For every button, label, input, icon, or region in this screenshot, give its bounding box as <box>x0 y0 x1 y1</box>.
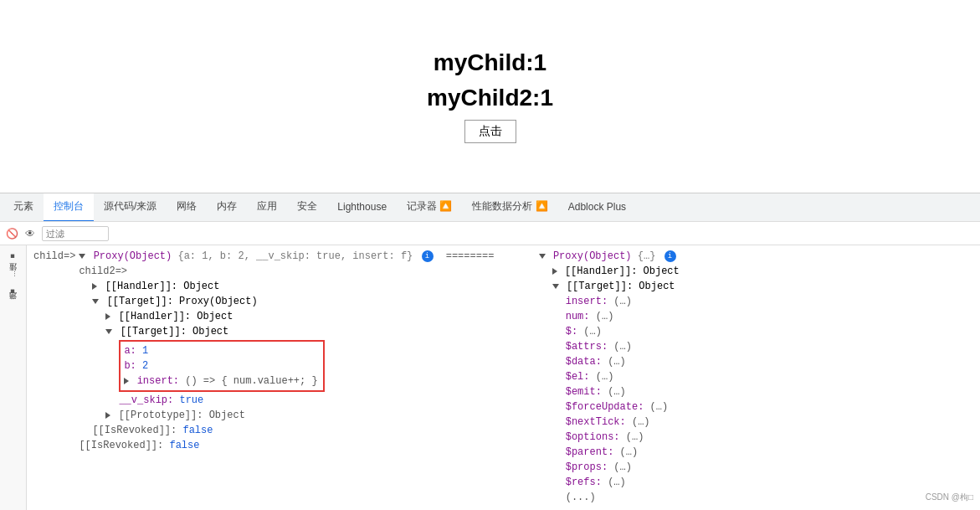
refs2-line: $refs: (…) <box>539 475 973 490</box>
sidebar-label-error: 消息 <box>7 302 19 309</box>
mychild-title: myChild:1 <box>434 49 546 76</box>
vskip-line: __v_skip: true <box>79 393 513 408</box>
tab-adblock[interactable]: Adblock Plus <box>558 193 636 222</box>
data2-line: $data: (…) <box>539 354 973 369</box>
parent2-line: $parent: (…) <box>539 445 973 460</box>
toggle-proxy[interactable] <box>79 254 85 259</box>
devtools-panel: 元素 控制台 源代码/来源 网络 内存 应用 安全 Lighthouse 记录器… <box>0 193 980 510</box>
preview-area: myChild:1 myChild2:1 点击 <box>0 0 980 193</box>
toggle-inner-target[interactable] <box>105 329 112 334</box>
click-button[interactable]: 点击 <box>464 120 516 143</box>
tab-sources[interactable]: 源代码/来源 <box>94 193 167 222</box>
handler-line: [[Handler]]: Object <box>79 279 513 294</box>
devtools-toolbar: 🚫 👁 <box>0 222 980 245</box>
tab-network[interactable]: 网络 <box>167 193 207 222</box>
sidebar-label-clear: ■ <box>7 249 19 264</box>
toggle-prototype[interactable] <box>105 412 110 419</box>
info-icon-1[interactable]: i <box>422 250 434 262</box>
toggle-insert[interactable] <box>124 378 129 384</box>
filter-input[interactable] <box>42 226 109 241</box>
proxy-object-line: Proxy(Object) {a: 1, b: 2, __v_skip: tru… <box>79 249 513 279</box>
tab-console[interactable]: 控制台 <box>44 193 94 222</box>
left-sidebar: ■ 注清... ■ 消息 <box>0 245 27 510</box>
attrs2-line: $attrs: (…) <box>539 339 973 354</box>
watermark: CSDN @枸□ <box>926 492 973 503</box>
mychild2-title: myChild2:1 <box>427 85 553 111</box>
prop-a-line: a: 1 <box>124 343 317 358</box>
clear-console-icon[interactable]: 🚫 <box>5 227 18 240</box>
tab-lighthouse[interactable]: Lighthouse <box>327 193 397 222</box>
console-child-label: child=> <box>33 249 75 264</box>
target2-line: [[Target]]: Object <box>539 279 973 294</box>
inner-target-line: [[Target]]: Object <box>79 324 513 339</box>
tab-security[interactable]: 安全 <box>287 193 327 222</box>
devtools-content: ■ 注清... ■ 消息 child=> Proxy(Object) <box>0 245 980 510</box>
toggle-target2[interactable] <box>552 284 559 289</box>
more2-line: (...) <box>539 490 973 505</box>
toggle-inner-handler[interactable] <box>105 313 110 320</box>
prop-b-line: b: 2 <box>124 358 317 373</box>
target-outer-line: [[Target]]: Proxy(Object) <box>79 294 513 309</box>
isrevoked-outer-line: [[IsRevoked]]: false <box>79 438 513 453</box>
insert2-line: insert: (…) <box>539 294 973 309</box>
info-icon-2[interactable]: i <box>664 250 676 262</box>
dollar2-line: $: (…) <box>539 324 973 339</box>
toggle-handler[interactable] <box>92 283 97 290</box>
proxy-object2-line: Proxy(Object) {…} i <box>539 249 973 264</box>
prototype-line: [[Prototype]]: Object <box>79 408 513 423</box>
console-output: child=> Proxy(Object) {a: 1, b: 2, __v_s… <box>27 245 980 510</box>
tab-recorder[interactable]: 记录器 🔼 <box>397 193 462 222</box>
prop-insert-line: insert: () => { num.value++; } <box>124 373 317 389</box>
tab-elements[interactable]: 元素 <box>3 193 44 222</box>
filter-icon[interactable]: 👁 <box>23 227 37 240</box>
tab-memory[interactable]: 内存 <box>207 193 247 222</box>
toggle-target-outer[interactable] <box>92 299 99 304</box>
tab-performance[interactable]: 性能数据分析 🔼 <box>462 193 557 222</box>
props2-line: $props: (…) <box>539 460 973 475</box>
tab-application[interactable]: 应用 <box>247 193 287 222</box>
inner-handler-line: [[Handler]]: Object <box>79 309 513 324</box>
nexttick2-line: $nextTick: (…) <box>539 415 973 430</box>
isrevoked-inner-line: [[IsRevoked]]: false <box>79 423 513 438</box>
el2-line: $el: (…) <box>539 369 973 384</box>
sidebar-label-warn: ■ <box>7 284 19 299</box>
options2-line: $options: (…) <box>539 430 973 445</box>
emit2-line: $emit: (…) <box>539 384 973 399</box>
sidebar-label-info: 注清... <box>7 267 19 281</box>
devtools-tabbar: 元素 控制台 源代码/来源 网络 内存 应用 安全 Lighthouse 记录器… <box>0 193 980 222</box>
num2-line: num: (…) <box>539 309 973 324</box>
forceupdate2-line: $forceUpdate: (…) <box>539 399 973 415</box>
handler2-line: [[Handler]]: Object <box>539 264 973 279</box>
toggle-handler2[interactable] <box>552 268 557 275</box>
red-box-container: a: 1 b: 2 insert: <box>119 340 513 392</box>
toggle-proxy2[interactable] <box>539 254 546 259</box>
